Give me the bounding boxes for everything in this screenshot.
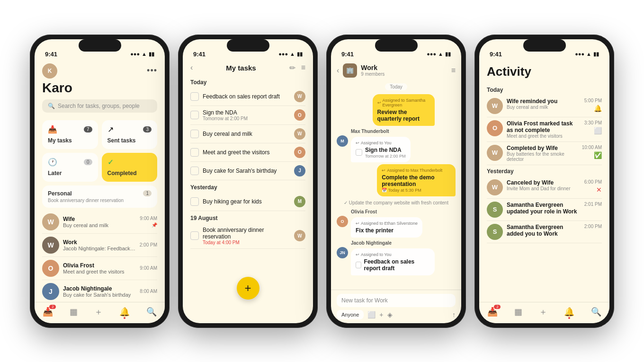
wife-msg: Buy cereal and milk: [63, 222, 136, 228]
status-time-1: 9:41: [45, 51, 57, 58]
search-icon: 🔍: [48, 103, 55, 109]
wifi-icon-4: ▲: [586, 51, 591, 57]
toolbar-tag-icon[interactable]: ◈: [387, 311, 393, 318]
toolbar-send-icon[interactable]: ↑: [452, 311, 456, 318]
nda-checkbox[interactable]: [356, 149, 362, 156]
nav-bell[interactable]: 🔔: [119, 307, 130, 317]
new-task-toolbar: Anyone ⬜ + ◈ ↑: [337, 310, 456, 319]
activity-section-today: Today: [487, 87, 602, 93]
status-time-2: 9:41: [193, 51, 206, 58]
wife-reminded-right: 5:00 PM 🔔: [584, 98, 602, 112]
new-task-input[interactable]: New task for Work: [337, 294, 456, 307]
toolbar-box-icon[interactable]: ⬜: [367, 311, 376, 318]
task-checkbox-7[interactable]: [190, 231, 199, 240]
task-checkbox-1[interactable]: [190, 92, 199, 101]
phone-1-screen: 9:41 ●●● ▲ ▮▮ K ••• Karo 🔍 Search for: [35, 39, 165, 323]
task-name-6: Buy hiking gear for kids: [203, 198, 290, 205]
phone-4-dynamic-island: [523, 39, 566, 52]
olivia-info: Olivia Frost Meet and greet the visitors: [63, 262, 136, 274]
filter-icon[interactable]: ≡: [301, 63, 305, 72]
task-name-1: Feedback on sales report draft: [203, 93, 290, 100]
task-checkbox-3[interactable]: [190, 130, 199, 138]
msg-block-max: M Max Thunderbolt ↩Assigned to You: [337, 129, 456, 196]
activity-wife-reminded[interactable]: W Wife reminded you Buy cereal and milk …: [487, 95, 602, 117]
edit-icon[interactable]: ✏: [289, 63, 295, 72]
msg-demo-presentation[interactable]: ↩Assigned to Max Thunderbolt Complete th…: [377, 164, 456, 196]
p3-menu-icon[interactable]: ≡: [451, 66, 456, 75]
anyone-button[interactable]: Anyone: [337, 310, 364, 319]
task-hiking[interactable]: Buy hiking gear for kids M: [190, 193, 305, 211]
activity-samantha-role[interactable]: S Samantha Evergreen updated your role i…: [487, 199, 602, 221]
task-checkbox-2[interactable]: [190, 111, 199, 119]
jacob-sender-name: Jacob Nightingale: [351, 240, 456, 246]
olivia-chat-avatar: O: [337, 216, 348, 227]
olivia-marked-info: Olivia Frost marked task as not complete…: [507, 120, 581, 139]
back-button[interactable]: ‹: [190, 63, 193, 72]
msg-sign-nda[interactable]: ↩Assigned to You Sign the NDA Tomorrow a…: [351, 137, 411, 162]
fab-button[interactable]: +: [237, 277, 259, 300]
nav-bell-4[interactable]: 🔔: [564, 307, 574, 317]
task-name-4: Meet and greet the visitors: [203, 149, 290, 156]
canceled-wife-right: 6:00 PM ✕: [584, 179, 602, 194]
work-time: 2:00 PM: [140, 242, 157, 247]
task-cereal[interactable]: Buy cereal and milk W: [190, 125, 305, 143]
task-cake[interactable]: Buy cake for Sarah's birthday J: [190, 162, 305, 180]
task-info-7: Book anniversary dinner reservation Toda…: [203, 227, 290, 245]
activity-completed-wife[interactable]: W Completed by Wife Buy batteries for th…: [487, 142, 602, 165]
task-checkbox-6[interactable]: [190, 197, 199, 206]
personal-subtitle: Book anniversary dinner reservation: [48, 198, 152, 203]
p3-back-button[interactable]: ‹: [337, 66, 339, 75]
task-checkbox-5[interactable]: [190, 167, 199, 175]
later-card[interactable]: 🕐 0 Later: [42, 153, 98, 182]
inbox-item-jacob[interactable]: J Jacob Nightingale Buy cake for Sarah's…: [42, 280, 157, 302]
task-name-3: Buy cereal and milk: [203, 131, 290, 137]
nav-add-icon-4: ＋: [539, 306, 547, 318]
task-info-1: Feedback on sales report draft: [203, 93, 290, 100]
task-checkbox-4[interactable]: [190, 148, 199, 157]
signal-icon-4: ●●●: [575, 51, 584, 57]
sent-tasks-card[interactable]: ↗ 3 Sent tasks: [102, 120, 158, 149]
nav-search[interactable]: 🔍: [146, 307, 157, 317]
personal-section-card[interactable]: 1 Personal Book anniversary dinner reser…: [42, 185, 157, 208]
status-time-3: 9:41: [341, 51, 354, 58]
inbox-item-work[interactable]: W Work Jacob Nightingale: Feedback on sa…: [42, 234, 157, 257]
activity-canceled-wife[interactable]: W Canceled by Wife Invite Mom and Dad fo…: [487, 177, 602, 199]
jacob-info: Jacob Nightingale Buy cake for Sarah's b…: [63, 285, 136, 298]
phone-3-dynamic-island: [375, 39, 418, 52]
nav-calendar[interactable]: ▦: [70, 307, 78, 317]
nav-search-4[interactable]: 🔍: [591, 307, 601, 317]
msg-review-quarterly[interactable]: ↩Assigned to Samantha Evergreen Review t…: [373, 94, 456, 126]
nav-inbox-4[interactable]: 📥 2: [487, 307, 498, 317]
search-bar[interactable]: 🔍 Search for tasks, groups, people: [42, 99, 157, 113]
msg-fix-printer[interactable]: ↩Assigned to Ethan Silverstone Fix the p…: [351, 217, 422, 238]
toolbar-add-icon[interactable]: +: [379, 311, 383, 318]
my-tasks-card[interactable]: 📥 7 My tasks: [42, 120, 98, 149]
nav-inbox[interactable]: 📥 2: [43, 307, 53, 317]
screenshot-container: 9:41 ●●● ▲ ▮▮ K ••• Karo 🔍 Search for: [9, 35, 635, 328]
task-avatar-3: W: [294, 128, 305, 140]
task-anniversary[interactable]: Book anniversary dinner reservation Toda…: [190, 223, 305, 249]
user-avatar[interactable]: K: [42, 63, 57, 79]
task-feedback[interactable]: Feedback on sales report draft W: [190, 88, 305, 106]
nav-add-4[interactable]: ＋: [539, 306, 547, 318]
samantha-added-right: 2:00 PM: [584, 224, 602, 229]
samantha-role-right: 2:01 PM: [584, 202, 602, 207]
olivia-msg: Meet and greet the visitors: [63, 269, 136, 274]
nav-calendar-4[interactable]: ▦: [514, 307, 522, 317]
inbox-item-wife[interactable]: W Wife Buy cereal and milk 9:00 AM 📌: [42, 211, 157, 234]
inbox-item-olivia[interactable]: O Olivia Frost Meet and greet the visito…: [42, 257, 157, 280]
feedback-checkbox[interactable]: [356, 262, 361, 268]
completed-card[interactable]: ✓ Completed: [102, 153, 158, 182]
work-name: Work: [63, 239, 136, 246]
activity-olivia-marked[interactable]: O Olivia Frost marked task as not comple…: [487, 117, 602, 142]
task-meet[interactable]: Meet and greet the visitors O: [190, 143, 305, 162]
task-nda[interactable]: Sign the NDA Tomorrow at 2:00 PM O: [190, 106, 305, 125]
assigned-you-feedback: ↩Assigned to You: [356, 252, 430, 257]
nav-add[interactable]: ＋: [94, 306, 103, 318]
assigned-max-demo: ↩Assigned to Max Thunderbolt: [382, 168, 451, 173]
more-options-icon[interactable]: •••: [147, 66, 157, 76]
activity-samantha-added[interactable]: S Samantha Evergreen added you to Work 2…: [487, 221, 602, 243]
msg-feedback-sales[interactable]: ↩Assigned to You Feedback on sales repor…: [351, 248, 435, 275]
nav-calendar-icon-4: ▦: [514, 307, 522, 317]
later-label: Later: [48, 170, 62, 177]
